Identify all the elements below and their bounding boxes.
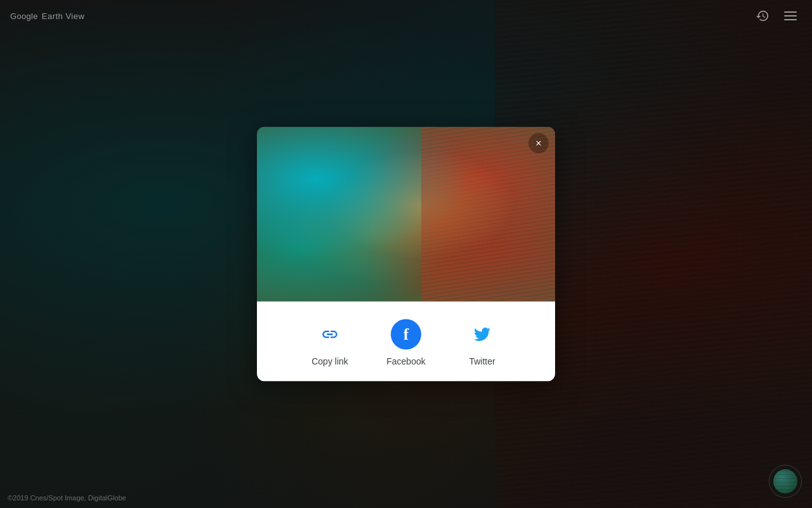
facebook-label: Facebook bbox=[386, 356, 425, 366]
copy-link-button[interactable]: Copy link bbox=[304, 319, 355, 366]
share-modal: × Copy link f Facebook bbox=[257, 127, 555, 382]
copy-link-label: Copy link bbox=[311, 356, 348, 366]
link-icon bbox=[321, 326, 339, 344]
share-buttons: Copy link f Facebook Twitter bbox=[270, 319, 542, 366]
copy-link-icon bbox=[315, 319, 345, 350]
close-button[interactable]: × bbox=[528, 133, 549, 154]
close-icon: × bbox=[535, 138, 541, 149]
twitter-icon bbox=[467, 319, 497, 350]
facebook-icon: f bbox=[391, 319, 421, 350]
modal-image: × bbox=[257, 127, 555, 302]
twitter-label: Twitter bbox=[469, 356, 495, 366]
twitter-button[interactable]: Twitter bbox=[457, 319, 508, 366]
modal-body: Copy link f Facebook Twitter bbox=[257, 302, 555, 382]
twitter-bird-icon bbox=[474, 326, 490, 343]
facebook-button[interactable]: f Facebook bbox=[381, 319, 431, 366]
